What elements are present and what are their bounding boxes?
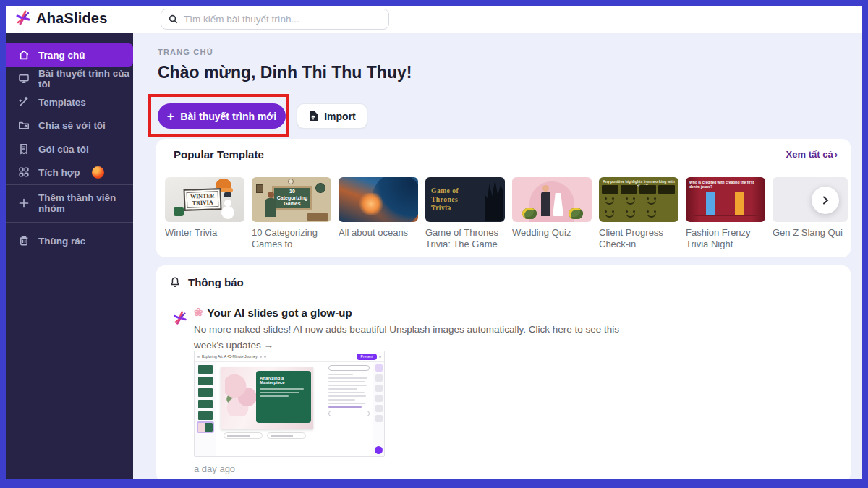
- main-content: TRANG CHỦ Chào mừng, Dinh Thi Thu Thuy! …: [133, 33, 862, 479]
- template-card-gen-z-slang[interactable]: Gen Z Slang Qui: [773, 177, 848, 252]
- new-presentation-label: Bài thuyết trình mới: [180, 111, 276, 122]
- template-card-wedding-quiz[interactable]: Wedding Quiz: [512, 177, 592, 252]
- preview-ai-panel: [325, 362, 373, 456]
- template-card-categorizing-games[interactable]: 10 Categorizing Games 10 Categorizing Ga…: [252, 177, 331, 252]
- template-card-fashion-frenzy[interactable]: Who is credited with creating the first …: [686, 177, 765, 252]
- flowers-graphic: [522, 208, 537, 219]
- template-card-winter-trivia[interactable]: WINTER TRIVIA Winter Trivia: [165, 177, 244, 252]
- see-all-link[interactable]: Xem tất cả ›: [786, 149, 838, 160]
- sidebar-item-label: Thêm thành viên nhóm: [38, 192, 133, 214]
- template-thumbnail: [512, 177, 592, 222]
- divider-graphic: [431, 206, 450, 207]
- template-title: All about oceans: [339, 227, 418, 239]
- template-card-client-progress[interactable]: Any positive highlights from working wit…: [599, 177, 678, 252]
- sidebar-item-templates[interactable]: Templates: [6, 90, 133, 114]
- sidebar-item-label: Thùng rác: [38, 236, 85, 247]
- app-window: AhaSlides Trang chủ Bài thuyết trình của…: [6, 6, 862, 479]
- notification-title: ❀ Your AI slides got a glow-up: [194, 306, 352, 319]
- template-card-oceans[interactable]: All about oceans: [339, 177, 418, 252]
- mug-graphic: [174, 207, 184, 216]
- see-all-label: Xem tất cả: [786, 149, 833, 160]
- sidebar: Trang chủ Bài thuyết trình của tôi Templ…: [6, 33, 133, 479]
- shared-folder-icon: [17, 119, 30, 132]
- sidebar-item-home[interactable]: Trang chủ: [6, 43, 133, 67]
- template-title: Winter Trivia: [165, 227, 244, 239]
- import-label: Import: [324, 111, 356, 122]
- ahaslides-notification-logo-icon: [172, 310, 188, 326]
- notifications-title: Thông báo: [188, 276, 244, 288]
- frame-graphic: [256, 184, 263, 193]
- template-card-game-of-thrones[interactable]: Game of Thrones Trivia Game of Thrones T…: [425, 177, 505, 252]
- sidebar-item-my-plan[interactable]: Gói của tôi: [6, 137, 133, 160]
- trash-icon: [17, 235, 30, 247]
- chevron-right-icon: [820, 195, 830, 205]
- desk-graphic: [307, 213, 328, 221]
- home-icon: [17, 49, 30, 61]
- clock-graphic: [288, 179, 294, 184]
- import-button[interactable]: Import: [297, 103, 367, 129]
- back-icon: [197, 356, 200, 358]
- template-title: Gen Z Slang Qui: [773, 227, 848, 239]
- notifications-header: Thông báo: [169, 276, 244, 288]
- bar-chart-graphic: [735, 192, 744, 215]
- notification-body[interactable]: No more naked slides! AI now adds beauti…: [194, 322, 628, 353]
- teacher-graphic: [268, 192, 274, 198]
- brand-name: AhaSlides: [36, 10, 108, 27]
- sidebar-item-add-team-member[interactable]: Thêm thành viên nhóm: [6, 192, 133, 215]
- plus-icon: [17, 197, 30, 210]
- notifications-card: Thông báo ❀ Your AI slides got a glow-up…: [156, 265, 851, 479]
- plus-icon: +: [167, 110, 175, 123]
- template-title: Fashion Frenzy Trivia Night: [686, 227, 765, 250]
- new-presentation-button[interactable]: + Bài thuyết trình mới: [158, 103, 286, 129]
- sidebar-item-integrations[interactable]: Tích hợp: [6, 160, 133, 184]
- template-thumbnail: WINTER TRIVIA: [165, 177, 244, 222]
- search-input[interactable]: [184, 14, 381, 25]
- ahaslides-logo-icon: [14, 9, 32, 27]
- preview-fab-button: [375, 446, 383, 454]
- present-button: Present: [357, 354, 377, 360]
- template-thumbnail: 10 Categorizing Games: [252, 177, 331, 222]
- groom-graphic: [541, 192, 550, 216]
- smiley-grid-graphic: [605, 199, 676, 222]
- popular-templates-title: Popular Template: [174, 148, 264, 160]
- template-title: Wedding Quiz: [512, 227, 592, 239]
- preview-slide: Analyzing a Masterpiece: [221, 367, 313, 429]
- notification-preview-image[interactable]: Exploring Art: A 45-Minute Journey Prese…: [194, 351, 385, 457]
- sidebar-item-my-presentations[interactable]: Bài thuyết trình của tôi: [6, 67, 133, 90]
- chevron-right-icon: ›: [835, 149, 838, 160]
- sun-graphic: [359, 193, 383, 215]
- notification-timestamp: a day ago: [194, 463, 235, 474]
- sidebar-item-label: Gói của tôi: [38, 144, 89, 155]
- presentation-icon: [17, 73, 30, 85]
- preview-slide-rail: [195, 362, 216, 456]
- page-title: Chào mừng, Dinh Thi Thu Thuy!: [158, 63, 412, 82]
- brand-logo[interactable]: AhaSlides: [14, 9, 108, 27]
- snowman-graphic: [221, 206, 234, 219]
- bar-chart-graphic: [706, 192, 715, 215]
- bell-icon: [169, 276, 181, 288]
- thumb-sign-text: WINTER TRIVIA: [183, 188, 221, 211]
- preview-editor-title: Exploring Art: A 45-Minute Journey: [202, 354, 258, 359]
- template-thumbnail: [339, 177, 418, 222]
- throne-graphic: [485, 180, 503, 221]
- template-title: Client Progress Check-in: [599, 227, 678, 250]
- breadcrumb: TRANG CHỦ: [158, 48, 213, 56]
- carousel-next-button[interactable]: [812, 187, 839, 214]
- template-thumbnail: Who is credited with creating the first …: [686, 177, 765, 222]
- globe-graphic: [315, 183, 326, 193]
- axis-graphic: [693, 215, 758, 216]
- flower-photo-graphic: [225, 373, 257, 416]
- template-thumbnail: Any positive highlights from working wit…: [599, 177, 678, 222]
- sidebar-item-shared-with-me[interactable]: Chia sẻ với tôi: [6, 114, 133, 137]
- search-box[interactable]: [161, 9, 389, 30]
- chalkboard-text: 10 Categorizing Games: [272, 186, 312, 210]
- sidebar-item-label: Tích hợp: [38, 167, 80, 178]
- sidebar-item-trash[interactable]: Thùng rác: [6, 229, 133, 252]
- flower-icon: ❀: [194, 306, 203, 319]
- screenshot-frame: AhaSlides Trang chủ Bài thuyết trình của…: [0, 0, 868, 488]
- template-thumbnail: Game of Thrones Trivia: [425, 177, 505, 222]
- integrations-new-badge-icon: [92, 166, 104, 179]
- slide-text-panel: Analyzing a Masterpiece: [256, 371, 311, 423]
- popular-templates-card: Popular Template Xem tất cả › WINTER TRI…: [156, 139, 851, 257]
- sidebar-item-label: Trang chủ: [38, 50, 85, 61]
